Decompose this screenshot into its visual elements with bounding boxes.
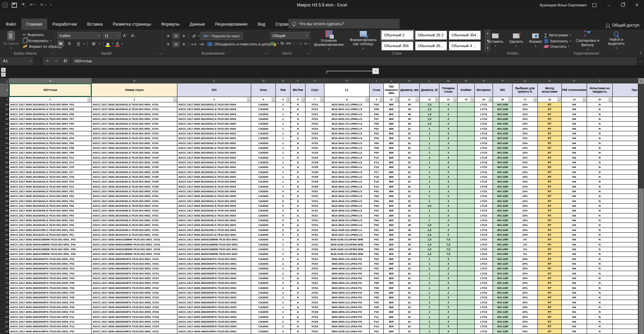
cell[interactable]: AGCC.1917-3693-36103042LS-TK20.ISO-0002 [177, 141, 251, 146]
cell[interactable]: 32 [399, 170, 420, 175]
cell[interactable]: BW [384, 291, 399, 295]
tab-Формулы[interactable]: Формулы [156, 19, 184, 30]
cell[interactable] [613, 295, 638, 300]
cell[interactable]: RT [538, 281, 562, 286]
cell[interactable]: 32 [399, 127, 420, 131]
cell[interactable]: LTCS [475, 160, 493, 165]
cell[interactable]: LTCS [475, 228, 493, 233]
cell[interactable]: CA3693 [251, 141, 276, 146]
cell[interactable]: AGCC.1917-3693-36103041LS-TK20.ISO-0004 [177, 122, 251, 126]
cell[interactable]: F04 [370, 136, 384, 141]
cell[interactable]: BW [384, 242, 399, 247]
cell[interactable]: AGCC.1917-3693-36103042LS-TK20.ISO-0002_… [9, 151, 92, 155]
filter-cell[interactable]: 19▼ [562, 97, 587, 102]
cell[interactable]: 20% [513, 329, 538, 334]
cell[interactable]: WO-32M [493, 170, 513, 175]
cell[interactable]: AGCC.1917-3693-36603003FG-TK20.ISO-0003 [177, 300, 251, 305]
cell[interactable]: УС01 [305, 271, 324, 276]
column-header-E[interactable]: E [276, 78, 291, 84]
cell[interactable]: А [291, 194, 305, 199]
cell[interactable]: NA [562, 151, 587, 155]
cell[interactable]: AGCC.1917-3693-36603199FG-TK20.ISO-0002 [177, 329, 251, 334]
cell[interactable]: 32 [399, 324, 420, 329]
style-gallery-item[interactable]: Обычный 29 2 [415, 31, 447, 40]
cell[interactable] [458, 305, 475, 310]
row-number[interactable]: 62 [0, 228, 9, 233]
cell[interactable]: 2 [276, 305, 291, 310]
cell[interactable]: 32 [399, 320, 420, 324]
cell[interactable]: BW [384, 185, 399, 189]
cell[interactable]: 3610-3105-1CL1FMG-LC [324, 228, 370, 233]
cell[interactable]: BW [384, 141, 399, 146]
cell[interactable]: CA3693 [251, 213, 276, 218]
cell[interactable]: RT [538, 286, 562, 290]
cell[interactable]: BW [384, 117, 399, 122]
cell[interactable]: N [587, 300, 613, 305]
cell[interactable]: LTCS [475, 136, 493, 141]
cell[interactable]: CA3693 [251, 107, 276, 112]
cell[interactable]: AGCC.1917-3693-36103042LS-TK20.ISO-0003_… [92, 204, 177, 208]
cell[interactable]: N [587, 189, 613, 194]
cell[interactable]: 32 [399, 146, 420, 151]
cell[interactable]: AGCC.1917-3693-36103041LS-TK20.ISO-0004 [177, 117, 251, 122]
align-bottom-icon[interactable]: ≡ [180, 33, 187, 39]
cell[interactable]: 2 [276, 266, 291, 271]
cell[interactable]: 3610-3041-1CL1FMG-LS [324, 102, 370, 107]
align-center-icon[interactable]: ≡ [173, 41, 179, 47]
filter-dropdown-icon[interactable]: ▼ [380, 98, 383, 101]
cell[interactable]: 10% [513, 223, 538, 228]
row-number[interactable]: 45 [0, 146, 9, 151]
cell[interactable] [613, 314, 638, 319]
cell[interactable]: N [587, 320, 613, 324]
cell[interactable]: RT [538, 310, 562, 314]
cell[interactable]: AGCC.1917-3693-36103042LS-TK20.ISO-0002_… [9, 165, 92, 170]
cell[interactable] [458, 228, 475, 233]
cell[interactable]: AGCC.1917-3693-36103042LS-TK20.ISO-0002_… [92, 127, 177, 131]
filter-dropdown-icon[interactable]: ▼ [471, 98, 474, 101]
cell[interactable]: AGCC.1917-3693-36103042LS-TK20.ISO-0002_… [9, 170, 92, 175]
cell[interactable]: AGCC.1917-3693-36603003FG-TK20.ISO-0003_… [92, 320, 177, 324]
cell[interactable]: NA [562, 233, 587, 237]
cell[interactable]: А [291, 314, 305, 319]
cell[interactable]: 3 [439, 189, 458, 194]
cell[interactable]: 32 [399, 185, 420, 189]
account-name[interactable]: Кузнецов Илья Сергеевич [540, 0, 587, 10]
cell[interactable]: NA [562, 281, 587, 286]
header-cell[interactable]: ISO+стык [9, 84, 92, 97]
cell[interactable]: NA [562, 262, 587, 266]
cell[interactable] [458, 194, 475, 199]
row-number[interactable]: 79 [0, 310, 9, 314]
cell[interactable]: УС01 [305, 213, 324, 218]
cell[interactable]: AGCC.1917-3693-36603002FG-TK20.ISO-0001_… [9, 262, 92, 266]
cell[interactable] [613, 276, 638, 281]
cell[interactable]: 3610-3042-1CL1FMG-LS [324, 194, 370, 199]
cell[interactable]: AGCC.1917-3693-36603003FG-TK20.ISO-0002_… [9, 291, 92, 295]
cell[interactable]: AGCC.1917-3693-36103042LS-TK20.ISO-0002_… [9, 185, 92, 189]
cell[interactable] [458, 286, 475, 290]
cell[interactable]: N [587, 329, 613, 334]
cell[interactable]: AGCC.1917-3693-36603003FG-TK20.ISO-0003_… [92, 300, 177, 305]
cell[interactable]: WO-25M [493, 242, 513, 247]
select-all-corner[interactable] [0, 78, 9, 84]
cell[interactable]: 10% [513, 112, 538, 117]
cell[interactable]: 45 [399, 237, 420, 242]
row-number[interactable]: 67 [0, 252, 9, 257]
cell[interactable]: F05 [370, 247, 384, 252]
cell[interactable]: BW [384, 194, 399, 199]
filter-cell[interactable]: 4▼ [251, 97, 276, 102]
cell[interactable] [613, 242, 638, 247]
align-top-icon[interactable]: ≡ [165, 33, 172, 39]
cell[interactable]: LTCS [475, 117, 493, 122]
cell[interactable]: LTCS [475, 247, 493, 252]
cell[interactable]: 7,5 [439, 252, 458, 257]
cell[interactable]: NA [562, 271, 587, 276]
cell[interactable]: N [587, 314, 613, 319]
cell[interactable]: F11 [370, 314, 384, 319]
cell[interactable]: AGCC.1917-3693-36103043LS-TK20.ISO-0002_… [9, 223, 92, 228]
cell[interactable]: А [291, 204, 305, 208]
cell[interactable]: N [587, 223, 613, 228]
cell[interactable]: 4 [439, 102, 458, 107]
cell[interactable]: 32 [399, 281, 420, 286]
cell[interactable]: WO-32M [493, 208, 513, 213]
cell[interactable]: AGCC.1917-3693-36103042LS-TK20.ISO-0003_… [9, 199, 92, 204]
